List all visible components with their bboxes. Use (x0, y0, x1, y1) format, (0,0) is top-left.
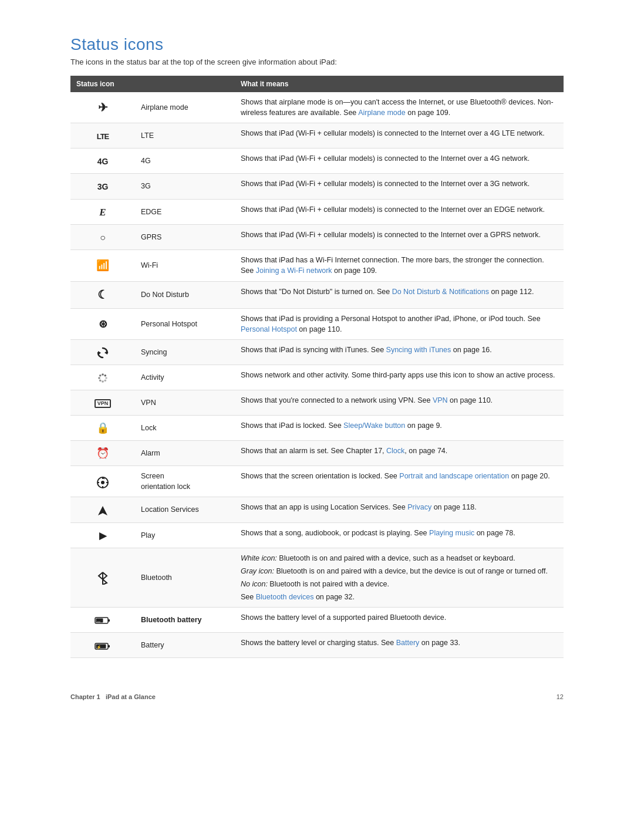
table-row: 4G4GShows that iPad (Wi-Fi + cellular mo… (70, 149, 564, 174)
svg-point-4 (102, 380, 104, 383)
status-description-cell: Shows that iPad (Wi-Fi + cellular models… (235, 149, 564, 174)
status-icon-cell: ○ (70, 225, 135, 250)
status-icon-cell: E (70, 199, 135, 225)
page-footer: Chapter 1 iPad at a Glance 12 (70, 693, 564, 700)
status-label-cell: Bluetooth battery (135, 608, 235, 633)
status-description-cell: Shows that iPad (Wi-Fi + cellular models… (235, 199, 564, 225)
status-label-cell: Screenorientation lock (135, 466, 235, 497)
status-label-cell: Location Services (135, 497, 235, 522)
status-icon-cell: — (70, 608, 135, 633)
status-description-cell: Shows the battery level or charging stat… (235, 633, 564, 658)
svg-marker-0 (104, 350, 107, 355)
table-row: Location ServicesShows that an app is us… (70, 497, 564, 522)
svg-rect-20 (108, 619, 110, 622)
status-description-cell: White icon: Bluetooth is on and paired w… (235, 548, 564, 608)
table-row: 🔒LockShows that iPad is locked. See Slee… (70, 416, 564, 441)
table-row: ⏰AlarmShows that an alarm is set. See Ch… (70, 441, 564, 466)
status-description-cell: Shows that an app is using Location Serv… (235, 497, 564, 522)
status-label-cell: Activity (135, 365, 235, 390)
status-description-cell: Shows the battery level of a supported p… (235, 608, 564, 633)
status-description-cell: Shows that iPad (Wi-Fi + cellular models… (235, 174, 564, 199)
status-description-cell: Shows that you're connected to a network… (235, 390, 564, 415)
status-icon-cell (70, 497, 135, 522)
table-row: EEDGEShows that iPad (Wi-Fi + cellular m… (70, 199, 564, 225)
status-icon-cell: ✈ (70, 92, 135, 123)
table-row: ☾Do Not DisturbShows that "Do Not Distur… (70, 281, 564, 308)
status-label-cell: Personal Hotspot (135, 308, 235, 339)
status-label-cell: LTE (135, 123, 235, 149)
page-subtitle: The icons in the status bar at the top o… (70, 58, 564, 66)
svg-text:⚡: ⚡ (96, 645, 102, 650)
table-row: ○GPRSShows that iPad (Wi-Fi + cellular m… (70, 225, 564, 250)
status-label-cell: 3G (135, 174, 235, 199)
svg-point-5 (99, 380, 102, 382)
svg-marker-1 (98, 351, 101, 355)
status-description-cell: Shows that a song, audiobook, or podcast… (235, 522, 564, 548)
table-row: —Bluetooth batteryShows the battery leve… (70, 608, 564, 633)
status-label-cell: Do Not Disturb (135, 281, 235, 308)
status-icon-cell (70, 466, 135, 497)
page-title: Status icons (70, 35, 564, 54)
status-icon-cell: 📶 (70, 250, 135, 281)
status-icon-cell: ⚡ (70, 633, 135, 658)
table-row: BluetoothWhite icon: Bluetooth is on and… (70, 548, 564, 608)
svg-point-11 (101, 481, 104, 484)
col-header-name (135, 76, 235, 92)
status-icon-cell: ▶ (70, 522, 135, 548)
status-label-cell: 4G (135, 149, 235, 174)
status-description-cell: Shows that iPad is syncing with iTunes. … (235, 339, 564, 365)
status-icon-cell: ☾ (70, 281, 135, 308)
status-description-cell: Shows that iPad (Wi-Fi + cellular models… (235, 123, 564, 149)
status-description-cell: Shows that airplane mode is on—you can't… (235, 92, 564, 123)
status-description-cell: Shows that iPad is locked. See Sleep/Wak… (235, 416, 564, 441)
status-icon-cell: ⊛ (70, 308, 135, 339)
status-description-cell: Shows that an alarm is set. See Chapter … (235, 441, 564, 466)
status-icon-cell: VPN (70, 390, 135, 415)
svg-point-3 (104, 380, 106, 382)
svg-point-8 (102, 373, 104, 376)
status-description-cell: Shows network and other activity. Some t… (235, 365, 564, 390)
table-row: ▶PlayShows that a song, audiobook, or po… (70, 522, 564, 548)
status-label-cell: Bluetooth (135, 548, 235, 608)
svg-point-2 (105, 377, 107, 379)
status-description-cell: Shows that iPad has a Wi-Fi Internet con… (235, 250, 564, 281)
status-label-cell: EDGE (135, 199, 235, 225)
status-label-cell: Play (135, 522, 235, 548)
status-description-cell: Shows that iPad is providing a Personal … (235, 308, 564, 339)
status-icon-cell: 🔒 (70, 416, 135, 441)
svg-point-6 (98, 377, 100, 379)
status-label-cell: GPRS (135, 225, 235, 250)
svg-point-9 (104, 375, 106, 377)
status-label-cell: Airplane mode (135, 92, 235, 123)
status-description-cell: Shows that iPad (Wi-Fi + cellular models… (235, 225, 564, 250)
col-header-meaning: What it means (235, 76, 564, 92)
status-icon-cell (70, 339, 135, 365)
col-header-icon: Status icon (70, 76, 135, 92)
status-icon-cell: 3G (70, 174, 135, 199)
svg-rect-24 (108, 645, 110, 647)
status-icon-cell: LTE (70, 123, 135, 149)
status-description-cell: Shows that the screen orientation is loc… (235, 466, 564, 497)
status-label-cell: Battery (135, 633, 235, 658)
table-row: VPNVPNShows that you're connected to a n… (70, 390, 564, 415)
status-label-cell: Lock (135, 416, 235, 441)
table-row: Screenorientation lockShows that the scr… (70, 466, 564, 497)
status-label-cell: Alarm (135, 441, 235, 466)
table-row: ⚡BatteryShows the battery level or charg… (70, 633, 564, 658)
footer-page-number: 12 (557, 693, 564, 700)
status-icon-cell (70, 548, 135, 608)
table-row: ⊛Personal HotspotShows that iPad is prov… (70, 308, 564, 339)
svg-marker-17 (98, 506, 107, 515)
table-row: ActivityShows network and other activity… (70, 365, 564, 390)
status-label-cell: Syncing (135, 339, 235, 365)
table-row: 📶Wi-FiShows that iPad has a Wi-Fi Intern… (70, 250, 564, 281)
table-row: 3G3GShows that iPad (Wi-Fi + cellular mo… (70, 174, 564, 199)
table-row: SyncingShows that iPad is syncing with i… (70, 339, 564, 365)
status-icons-table: Status icon What it means ✈Airplane mode… (70, 76, 564, 658)
footer-chapter: Chapter 1 iPad at a Glance (70, 693, 156, 700)
table-row: ✈Airplane modeShows that airplane mode i… (70, 92, 564, 123)
table-row: LTELTEShows that iPad (Wi-Fi + cellular … (70, 123, 564, 149)
status-description-cell: Shows that "Do Not Disturb" is turned on… (235, 281, 564, 308)
status-label-cell: VPN (135, 390, 235, 415)
status-icon-cell: ⏰ (70, 441, 135, 466)
